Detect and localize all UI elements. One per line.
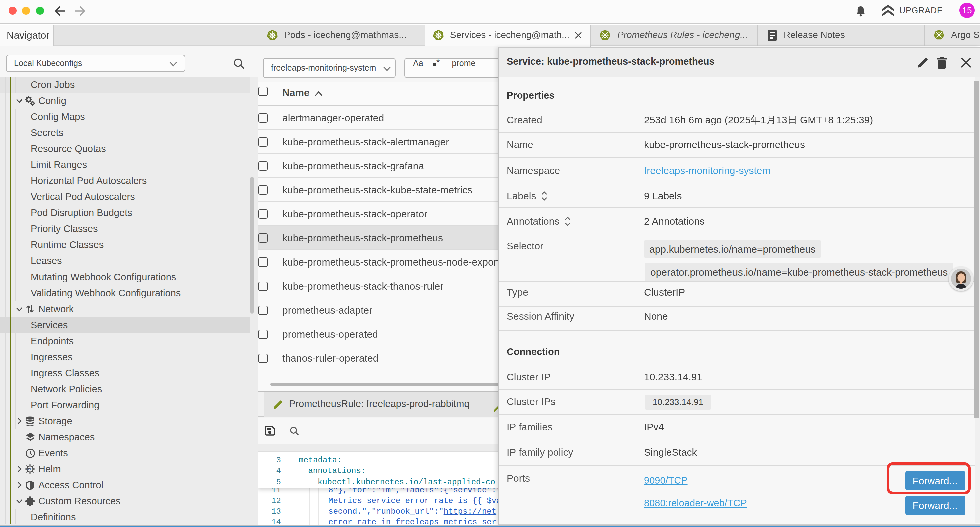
svg-text:HELM: HELM	[26, 468, 34, 471]
svg-text:*: *	[436, 58, 440, 66]
